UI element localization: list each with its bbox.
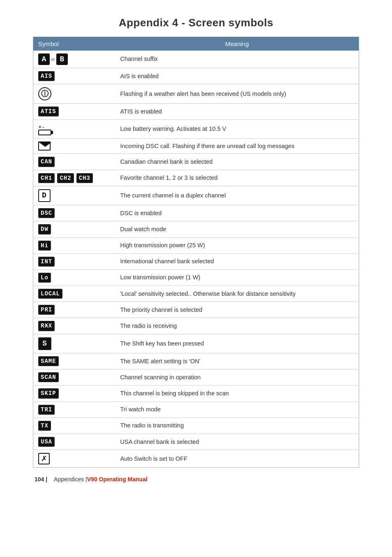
table-row: AIS AIS is enabled bbox=[33, 68, 359, 84]
table-row: TX The radio is transmitting bbox=[33, 418, 359, 434]
table-row: A or B Channel suffix bbox=[33, 51, 359, 68]
table-row: D The current channel is a duplex channe… bbox=[33, 186, 359, 205]
symbol-lo: Lo bbox=[33, 269, 115, 285]
table-row: SKIP This channel is being skipped in th… bbox=[33, 385, 359, 402]
meaning-dw: Dual watch mode bbox=[115, 221, 359, 237]
meaning-lo: Low transmission power (1 W) bbox=[115, 269, 359, 285]
meaning-same: The SAME alert setting is 'ON' bbox=[115, 353, 359, 369]
meaning-local: 'Local' sensitivity selected.. Otherwise… bbox=[115, 286, 359, 302]
meaning-usa: USA channel bank is selected bbox=[115, 434, 359, 450]
footer: 104 | Appendices | V90 Operating Manual bbox=[33, 476, 359, 483]
meaning-can: Canadian channel bank is selected bbox=[115, 154, 359, 170]
symbol-envelope bbox=[33, 139, 115, 154]
symbol-can: CAN bbox=[33, 154, 115, 170]
table-row: PRI The priority channel is selected bbox=[33, 302, 359, 318]
symbol-hi: Hi bbox=[33, 237, 115, 253]
meaning-weather: Flashing if a weather alert has been rec… bbox=[115, 84, 359, 104]
symbol-ais: AIS bbox=[33, 68, 115, 84]
footer-page: 104 | bbox=[35, 476, 47, 483]
table-row: TRI Tri watch mode bbox=[33, 402, 359, 418]
meaning-scan: Channel scanning in operation bbox=[115, 369, 359, 385]
symbol-scan: SCAN bbox=[33, 369, 115, 385]
meaning-ab: Channel suffix bbox=[115, 51, 359, 68]
table-row: ⓘ Flashing if a weather alert has been r… bbox=[33, 84, 359, 104]
symbol-int: INT bbox=[33, 253, 115, 269]
table-row: INT International channel bank selected bbox=[33, 253, 359, 269]
table-row: Hi High transmission power (25 W) bbox=[33, 237, 359, 253]
table-row: LOCAL 'Local' sensitivity selected.. Oth… bbox=[33, 286, 359, 302]
meaning-atis: ATIS is enabled bbox=[115, 104, 359, 120]
symbol-ch123: CH1 CH2 CH3 bbox=[33, 170, 115, 186]
table-row: + - Low battery warning. Activates at 10… bbox=[33, 120, 359, 139]
meaning-dsc: DSC is enabled bbox=[115, 205, 359, 221]
symbol-local: LOCAL bbox=[33, 286, 115, 302]
symbol-duplex: D bbox=[33, 186, 115, 205]
meaning-tri: Tri watch mode bbox=[115, 402, 359, 418]
footer-text: Appendices | bbox=[54, 476, 87, 483]
table-row: RXX The radio is receiving bbox=[33, 318, 359, 334]
meaning-skip: This channel is being skipped in the sca… bbox=[115, 385, 359, 402]
meaning-envelope: Incoming DSC call. Flashing if there are… bbox=[115, 139, 359, 154]
col-meaning: Meaning bbox=[115, 37, 359, 51]
symbol-ab: A or B bbox=[33, 51, 115, 68]
table-row: CAN Canadian channel bank is selected bbox=[33, 154, 359, 170]
table-row: DSC DSC is enabled bbox=[33, 205, 359, 221]
symbol-skip: SKIP bbox=[33, 385, 115, 402]
table-row: Lo Low transmission power (1 W) bbox=[33, 269, 359, 285]
symbol-weather: ⓘ bbox=[33, 84, 115, 104]
symbol-xmark: ✗ bbox=[33, 450, 115, 468]
meaning-tx: The radio is transmitting bbox=[115, 418, 359, 434]
meaning-hi: High transmission power (25 W) bbox=[115, 237, 359, 253]
symbol-rx: RXX bbox=[33, 318, 115, 334]
symbol-same: SAME bbox=[33, 353, 115, 369]
symbol-battery: + - bbox=[33, 120, 115, 139]
meaning-ais: AIS is enabled bbox=[115, 68, 359, 84]
symbol-tri: TRI bbox=[33, 402, 115, 418]
table-row: SAME The SAME alert setting is 'ON' bbox=[33, 353, 359, 369]
footer-brand: V90 Operating Manual bbox=[87, 476, 148, 483]
meaning-pri: The priority channel is selected bbox=[115, 302, 359, 318]
table-row: SCAN Channel scanning in operation bbox=[33, 369, 359, 385]
symbol-s: S bbox=[33, 334, 115, 353]
meaning-ch123: Favorite channel 1, 2 or 3 is selected bbox=[115, 170, 359, 186]
meaning-duplex: The current channel is a duplex channel bbox=[115, 186, 359, 205]
symbol-tx: TX bbox=[33, 418, 115, 434]
meaning-xmark: Auto Switch is set to OFF bbox=[115, 450, 359, 468]
symbol-pri: PRI bbox=[33, 302, 115, 318]
symbol-usa: USA bbox=[33, 434, 115, 450]
table-row: S The Shift key has been pressed bbox=[33, 334, 359, 353]
table-row: ✗ Auto Switch is set to OFF bbox=[33, 450, 359, 468]
symbols-table: Symbol Meaning A or B Channel suffix AIS… bbox=[33, 37, 359, 468]
symbol-dsc: DSC bbox=[33, 205, 115, 221]
table-row: CH1 CH2 CH3 Favorite channel 1, 2 or 3 i… bbox=[33, 170, 359, 186]
meaning-s: The Shift key has been pressed bbox=[115, 334, 359, 353]
meaning-int: International channel bank selected bbox=[115, 253, 359, 269]
table-row: Incoming DSC call. Flashing if there are… bbox=[33, 139, 359, 154]
symbol-atis: ATIS bbox=[33, 104, 115, 120]
table-row: USA USA channel bank is selected bbox=[33, 434, 359, 450]
table-row: ATIS ATIS is enabled bbox=[33, 104, 359, 120]
meaning-battery: Low battery warning. Activates at 10.5 V bbox=[115, 120, 359, 139]
meaning-rx: The radio is receiving bbox=[115, 318, 359, 334]
table-row: DW Dual watch mode bbox=[33, 221, 359, 237]
col-symbol: Symbol bbox=[33, 37, 115, 51]
page-title: Appendix 4 - Screen symbols bbox=[33, 16, 359, 29]
symbol-dw: DW bbox=[33, 221, 115, 237]
